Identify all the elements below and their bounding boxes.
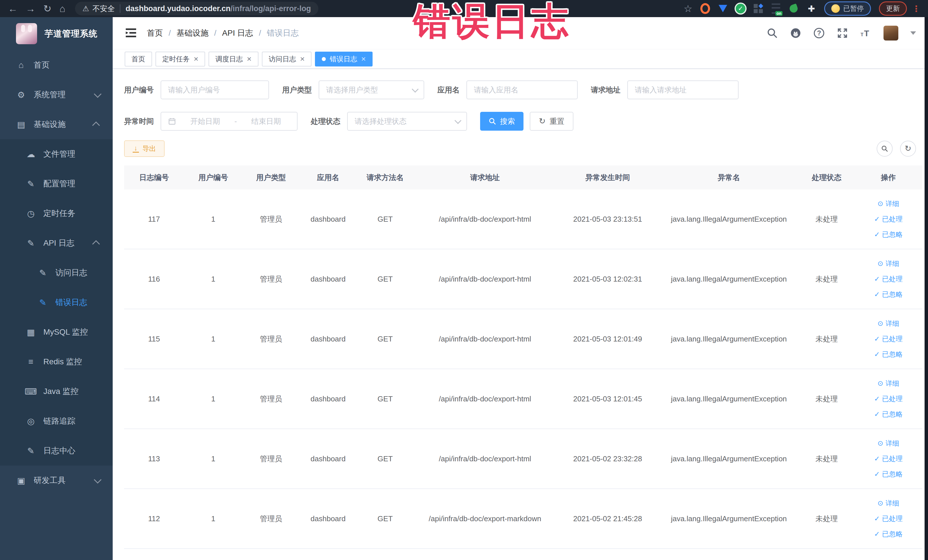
action-label: 已处理 bbox=[882, 334, 903, 343]
action-detail-link[interactable]: ⊙详细 bbox=[878, 199, 899, 208]
search-button[interactable]: 搜索 bbox=[480, 112, 524, 131]
filter-input-request-url[interactable] bbox=[627, 81, 739, 99]
refresh-table-button[interactable]: ↻ bbox=[900, 140, 916, 157]
sidebar-item-error-logs[interactable]: ✎错误日志 bbox=[0, 288, 113, 317]
browser-menu-icon[interactable]: ⋮ bbox=[912, 4, 920, 14]
sidebar-item-label: 系统管理 bbox=[34, 89, 66, 100]
action-detail-link[interactable]: ⊙详细 bbox=[878, 319, 899, 328]
redis-icon: ≡ bbox=[24, 357, 37, 366]
tab-label: 访问日志 bbox=[269, 55, 296, 64]
filter-select-user-type[interactable]: 请选择用户类型 bbox=[319, 81, 424, 99]
export-button[interactable]: ↓ 导出 bbox=[124, 140, 165, 157]
action-processed-link[interactable]: ✓已处理 bbox=[874, 275, 903, 284]
browser-reload-icon[interactable]: ↻ bbox=[43, 0, 52, 17]
filter-row-2: 异常时间 开始日期 - 结束日期 处理状态 请选择处理状态 bbox=[124, 112, 916, 131]
close-icon[interactable]: × bbox=[247, 55, 251, 63]
page-scrollbar[interactable] bbox=[925, 17, 928, 560]
breadcrumb: 首页/基础设施/API 日志/错误日志 bbox=[147, 27, 299, 38]
breadcrumb-item[interactable]: 基础设施 bbox=[177, 27, 209, 38]
sidebar-item-scheduled-tasks[interactable]: ◷定时任务 bbox=[0, 198, 113, 228]
search-icon[interactable] bbox=[766, 27, 778, 39]
sidebar-item-infrastructure[interactable]: ▤基础设施 bbox=[0, 110, 113, 139]
update-badge[interactable]: 更新 bbox=[879, 2, 907, 16]
extension-leaf-icon[interactable] bbox=[789, 4, 798, 14]
filter-input-app-name[interactable] bbox=[466, 81, 578, 99]
filter-field-process-status: 处理状态 请选择处理状态 bbox=[311, 112, 467, 131]
chevron-down-icon bbox=[455, 117, 461, 124]
process-status-select[interactable]: 请选择处理状态 bbox=[347, 112, 467, 131]
extension-shield-icon[interactable] bbox=[718, 4, 728, 14]
action-ignored-link[interactable]: ✓已忽略 bbox=[874, 230, 903, 239]
tab-schedule-log[interactable]: 调度日志× bbox=[209, 52, 258, 67]
action-processed-link[interactable]: ✓已处理 bbox=[874, 454, 903, 463]
reset-button[interactable]: ↻ 重置 bbox=[530, 112, 573, 131]
action-detail-link[interactable]: ⊙详细 bbox=[878, 259, 899, 268]
close-icon[interactable]: × bbox=[194, 55, 198, 63]
browser-forward-icon[interactable]: → bbox=[26, 0, 35, 17]
action-label: 详细 bbox=[885, 439, 899, 448]
action-processed-link[interactable]: ✓已处理 bbox=[874, 514, 903, 523]
tab-home[interactable]: 首页 bbox=[125, 52, 152, 67]
extension-green-check-icon[interactable]: ✓ bbox=[736, 4, 745, 14]
row-actions: ⊙详细✓已处理✓已忽略 bbox=[857, 319, 919, 359]
action-detail-link[interactable]: ⊙详细 bbox=[878, 499, 899, 508]
tab-error-log[interactable]: 错误日志× bbox=[315, 52, 372, 67]
browser-back-icon[interactable]: ← bbox=[8, 0, 18, 17]
browser-home-icon[interactable]: ⌂ bbox=[60, 0, 66, 17]
help-icon[interactable]: ? bbox=[814, 27, 825, 39]
user-avatar[interactable] bbox=[884, 26, 898, 41]
breadcrumb-item[interactable]: API 日志 bbox=[222, 27, 253, 38]
address-bar[interactable]: ⚠ 不安全 dashboard.yudao.iocoder.cn /infra/… bbox=[75, 2, 318, 15]
action-ignored-link[interactable]: ✓已忽略 bbox=[874, 470, 903, 479]
extension-on-badge-icon[interactable]: on bbox=[771, 4, 781, 14]
avatar-caret-down-icon[interactable] bbox=[910, 31, 916, 35]
action-detail-link[interactable]: ⊙详细 bbox=[878, 379, 899, 388]
extension-orange-icon[interactable] bbox=[701, 4, 710, 14]
breadcrumb-item[interactable]: 首页 bbox=[147, 27, 163, 38]
action-ignored-link[interactable]: ✓已忽略 bbox=[874, 290, 903, 299]
extensions-puzzle-icon[interactable]: ✚ bbox=[806, 4, 816, 14]
sidebar-item-label: 链路追踪 bbox=[43, 416, 75, 426]
sidebar-item-access-logs[interactable]: ✎访问日志 bbox=[0, 258, 113, 288]
sidebar-item-mysql-monitor[interactable]: ▦MySQL 监控 bbox=[0, 317, 113, 347]
sidebar-item-home[interactable]: ⌂首页 bbox=[0, 50, 113, 80]
action-processed-link[interactable]: ✓已处理 bbox=[874, 215, 903, 224]
fullscreen-icon[interactable] bbox=[837, 27, 848, 39]
github-icon[interactable] bbox=[790, 27, 801, 39]
action-ignored-link[interactable]: ✓已忽略 bbox=[874, 529, 903, 539]
sidebar-item-api-logs[interactable]: ✎API 日志 bbox=[0, 228, 113, 258]
extension-grid-icon[interactable] bbox=[753, 4, 763, 14]
action-ignored-link[interactable]: ✓已忽略 bbox=[874, 350, 903, 359]
browser-toolbar-right: ☆ ✓ on ✚ 已暂停 更新 ⋮ bbox=[684, 2, 920, 16]
exception-time-range-picker[interactable]: 开始日期 - 结束日期 bbox=[160, 112, 298, 131]
close-icon[interactable]: × bbox=[361, 55, 366, 63]
tab-scheduled-tasks[interactable]: 定时任务× bbox=[156, 52, 205, 67]
sidebar-item-system-management[interactable]: ⚙系统管理 bbox=[0, 80, 113, 110]
sidebar-item-java-monitor[interactable]: ⌨Java 监控 bbox=[0, 377, 113, 406]
sidebar-item-config-management[interactable]: ✎配置管理 bbox=[0, 169, 113, 198]
sidebar-item-dev-tools[interactable]: ▣研发工具 bbox=[0, 465, 113, 495]
font-size-icon[interactable]: T T bbox=[860, 27, 872, 39]
action-detail-link[interactable]: ⊙详细 bbox=[878, 439, 899, 448]
tab-access-log[interactable]: 访问日志× bbox=[262, 52, 311, 67]
sidebar-logo-row[interactable]: 芋道管理系统 bbox=[0, 17, 113, 50]
cell-status: 未处理 bbox=[799, 249, 855, 309]
log-center-icon: ✎ bbox=[24, 446, 37, 456]
toggle-search-button[interactable] bbox=[877, 140, 893, 157]
bookmark-star-icon[interactable]: ☆ bbox=[684, 3, 692, 14]
filter-input-user-id[interactable] bbox=[160, 81, 269, 99]
action-label: 详细 bbox=[885, 319, 899, 328]
close-icon[interactable]: × bbox=[300, 55, 305, 63]
sidebar-item-link-tracing[interactable]: ◎链路追踪 bbox=[0, 406, 113, 436]
paused-badge[interactable]: 已暂停 bbox=[824, 2, 871, 16]
sidebar-item-redis-monitor[interactable]: ≡Redis 监控 bbox=[0, 347, 113, 377]
action-processed-link[interactable]: ✓已处理 bbox=[874, 334, 903, 343]
action-processed-link[interactable]: ✓已处理 bbox=[874, 394, 903, 403]
sidebar-item-file-management[interactable]: ☁文件管理 bbox=[0, 139, 113, 169]
sidebar-item-label: MySQL 监控 bbox=[43, 327, 88, 337]
access-log-icon: ✎ bbox=[37, 268, 49, 278]
sidebar-item-log-center[interactable]: ✎日志中心 bbox=[0, 436, 113, 465]
action-ignored-link[interactable]: ✓已忽略 bbox=[874, 410, 903, 419]
hamburger-icon[interactable] bbox=[125, 27, 137, 39]
calendar-icon bbox=[168, 117, 176, 125]
